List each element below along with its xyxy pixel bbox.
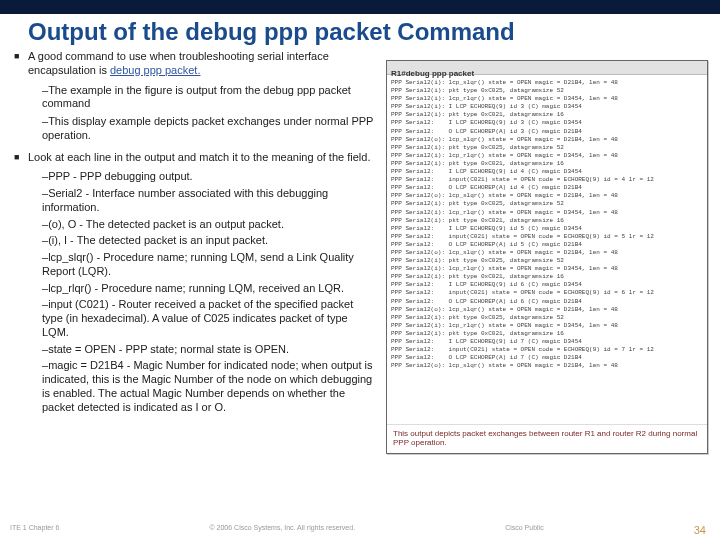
page-number: 34 — [694, 524, 706, 536]
slide: Output of the debug ppp packet Command A… — [0, 0, 720, 540]
bullet-2-sub-1: Serial2 - Interface number associated wi… — [14, 187, 374, 215]
figure-panel: R1#debug ppp packet PPP Serial2(i): lcp_… — [386, 60, 708, 454]
content-column: A good command to use when troubleshooti… — [14, 50, 374, 530]
bullet-1-sub-0: The example in the figure is output from… — [14, 84, 374, 112]
bullet-2-sub-4: lcp_slqr() - Procedure name; running LQM… — [14, 251, 374, 279]
footer-left: ITE 1 Chapter 6 — [10, 524, 59, 536]
bullet-2-sub-2: (o), O - The detected packet is an outpu… — [14, 218, 374, 232]
figure-header: R1#debug ppp packet — [387, 61, 707, 75]
top-bar — [0, 0, 720, 14]
bullet-1: A good command to use when troubleshooti… — [14, 50, 374, 78]
bullet-2-sub-7: state = OPEN - PPP state; normal state i… — [14, 343, 374, 357]
figure-body: PPP Serial2(i): lcp_slqr() state = OPEN … — [387, 75, 707, 417]
bullet-2-sub-3: (i), I - The detected packet is an input… — [14, 234, 374, 248]
bullet-2-text: Look at each line in the output and matc… — [28, 151, 370, 163]
slide-title: Output of the debug ppp packet Command — [28, 18, 515, 46]
bullet-2: Look at each line in the output and matc… — [14, 151, 374, 165]
footer-mid: © 2006 Cisco Systems, Inc. All rights re… — [209, 524, 355, 536]
bullet-2-sub-6: input (C021) - Router received a packet … — [14, 298, 374, 339]
bullet-2-sub-5: lcp_rlqr() - Procedure name; running LQM… — [14, 282, 374, 296]
figure-caption: This output depicts packet exchanges bet… — [387, 424, 707, 453]
footer-right: Cisco Public — [505, 524, 544, 536]
bullet-1-sub-1: This display example depicts packet exch… — [14, 115, 374, 143]
bullet-2-sub-8: magic = D21B4 - Magic Number for indicat… — [14, 359, 374, 414]
figure-header-text: R1#debug ppp packet — [391, 69, 474, 78]
bullet-2-sub-0: PPP - PPP debugging output. — [14, 170, 374, 184]
bullet-1-highlight: debug ppp packet. — [110, 64, 201, 76]
footer: ITE 1 Chapter 6 © 2006 Cisco Systems, In… — [10, 524, 710, 536]
